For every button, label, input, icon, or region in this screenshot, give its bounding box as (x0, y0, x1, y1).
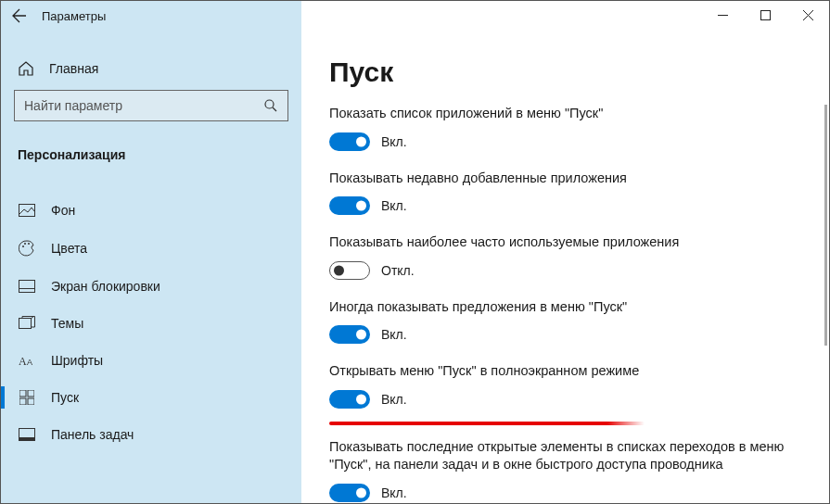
setting-suggestions: Иногда показывать предложения в меню "Пу… (329, 298, 793, 345)
svg-point-3 (22, 246, 24, 247)
nav-label: Фон (51, 203, 75, 218)
svg-point-5 (28, 243, 30, 245)
toggle-state: Вкл. (381, 198, 407, 213)
svg-text:A: A (27, 358, 32, 367)
titlebar: Параметры (1, 1, 829, 31)
toggle-jumplists[interactable] (329, 484, 370, 502)
minimize-icon (718, 10, 728, 20)
setting-fullscreen: Открывать меню "Пуск" в полноэкранном ре… (329, 362, 793, 409)
svg-point-4 (24, 243, 26, 245)
back-button[interactable] (1, 1, 38, 31)
toggle-state: Откл. (381, 263, 415, 278)
nav-label: Экран блокировки (51, 279, 160, 294)
nav-label: Цвета (51, 241, 87, 256)
lockscreen-icon (18, 280, 36, 293)
maximize-icon (760, 10, 771, 20)
home-icon (18, 60, 34, 77)
setting-recent-apps: Показывать недавно добавленные приложени… (329, 170, 793, 216)
close-icon (803, 10, 813, 20)
toggle-app-list[interactable] (329, 132, 370, 151)
svg-rect-11 (19, 390, 26, 397)
svg-rect-13 (19, 398, 26, 405)
toggle-state: Вкл. (381, 392, 407, 407)
nav-list: Фон Цвета Экран блокировки Темы AA Шрифт… (14, 192, 288, 453)
nav-item-themes[interactable]: Темы (14, 305, 288, 342)
sidebar: Главная Персонализация Фон Цвета Экран б… (1, 31, 301, 503)
nav-label: Пуск (51, 390, 79, 405)
search-input[interactable] (24, 98, 263, 113)
svg-rect-14 (28, 398, 34, 405)
window-title: Параметры (42, 9, 106, 23)
toggle-state: Вкл. (381, 327, 407, 342)
nav-item-lockscreen[interactable]: Экран блокировки (14, 268, 288, 305)
themes-icon (18, 316, 36, 331)
arrow-left-icon (12, 8, 27, 23)
nav-item-colors[interactable]: Цвета (14, 229, 288, 268)
setting-app-list: Показать список приложений в меню "Пуск"… (329, 105, 793, 151)
svg-rect-6 (19, 281, 35, 293)
toggle-recent-apps[interactable] (329, 196, 370, 215)
svg-rect-0 (760, 10, 770, 19)
setting-label: Показывать недавно добавленные приложени… (329, 170, 793, 188)
toggle-most-used[interactable] (329, 261, 370, 280)
highlight-underline (329, 422, 645, 425)
svg-rect-8 (19, 319, 32, 329)
taskbar-icon (18, 428, 36, 441)
search-icon (263, 98, 278, 113)
window-controls (701, 1, 829, 29)
svg-rect-16 (19, 437, 35, 441)
nav-label: Шрифты (51, 353, 103, 368)
category-heading: Персонализация (14, 144, 288, 166)
setting-label: Открывать меню "Пуск" в полноэкранном ре… (329, 362, 793, 381)
nav-item-fonts[interactable]: AA Шрифты (14, 342, 288, 379)
nav-item-start[interactable]: Пуск (14, 379, 288, 416)
nav-item-taskbar[interactable]: Панель задач (14, 416, 288, 453)
nav-label: Панель задач (51, 427, 134, 442)
page-heading: Пуск (329, 57, 801, 88)
nav-label: Темы (51, 316, 83, 331)
svg-point-1 (265, 100, 274, 108)
setting-most-used: Показывать наиболее часто используемые п… (329, 233, 793, 280)
search-box[interactable] (14, 90, 288, 121)
toggle-fullscreen[interactable] (329, 390, 370, 409)
nav-item-background[interactable]: Фон (14, 192, 288, 229)
toggle-suggestions[interactable] (329, 325, 370, 344)
setting-label: Иногда показывать предложения в меню "Пу… (329, 298, 793, 317)
svg-rect-7 (19, 289, 35, 293)
home-label: Главная (49, 61, 98, 76)
close-button[interactable] (786, 1, 829, 29)
start-icon (18, 390, 36, 405)
scrollbar[interactable] (824, 105, 827, 346)
maximize-button[interactable] (744, 1, 786, 29)
picture-icon (18, 204, 36, 217)
svg-rect-12 (28, 390, 34, 397)
content-area: Пуск Показать список приложений в меню "… (301, 31, 829, 503)
setting-label: Показывать последние открытые элементы в… (329, 438, 793, 474)
palette-icon (18, 240, 36, 257)
toggle-state: Вкл. (381, 485, 407, 500)
svg-rect-2 (19, 205, 35, 217)
setting-jumplists: Показывать последние открытые элементы в… (329, 438, 793, 502)
home-nav[interactable]: Главная (14, 53, 288, 90)
setting-label: Показывать наиболее часто используемые п… (329, 233, 793, 252)
setting-label: Показать список приложений в меню "Пуск" (329, 105, 793, 123)
fonts-icon: AA (18, 354, 36, 367)
svg-text:A: A (19, 355, 27, 367)
toggle-state: Вкл. (381, 134, 407, 149)
minimize-button[interactable] (701, 1, 744, 29)
